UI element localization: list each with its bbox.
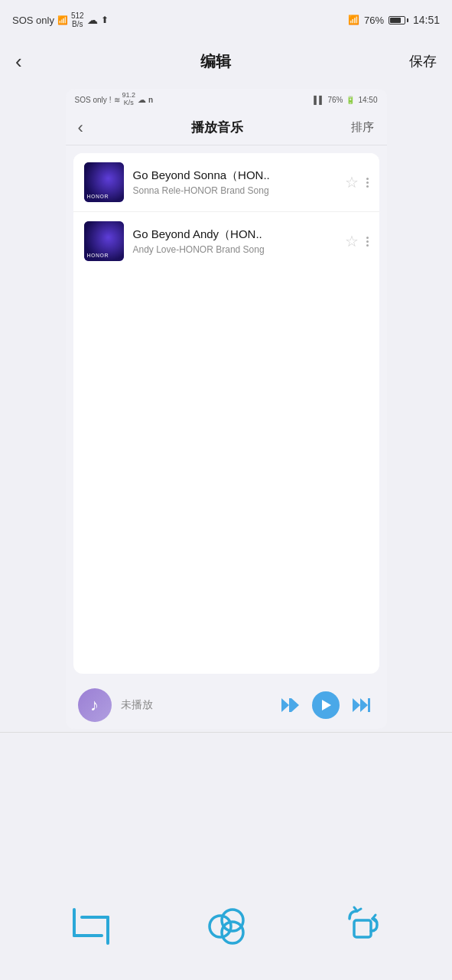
prev-button[interactable]	[277, 693, 301, 717]
inner-time: 14:50	[358, 96, 377, 104]
page-title: 编辑	[200, 51, 231, 72]
inner-n-icon: n	[148, 96, 153, 104]
inner-signal: !	[109, 96, 112, 104]
top-nav-bar: ‹ 编辑 保存	[0, 40, 452, 83]
player-bar: ♪ 未播放	[66, 681, 387, 729]
svg-marker-3	[353, 698, 360, 712]
skip-back-icon	[278, 694, 300, 716]
music-actions-1: ☆	[345, 173, 369, 191]
player-controls	[277, 691, 375, 719]
favorite-icon-2[interactable]: ☆	[345, 232, 359, 250]
music-info-1: Go Beyond Sonna（HON.. Sonna Rele-HONOR B…	[133, 168, 336, 196]
status-right: 📶 76% 14:51	[348, 14, 440, 26]
inner-battery-icon: 🔋	[346, 96, 355, 104]
rotate-svg	[339, 903, 385, 949]
svg-point-11	[222, 910, 243, 931]
favorite-icon-1[interactable]: ☆	[345, 173, 359, 191]
inner-battery-pct: 76%	[327, 96, 343, 104]
svg-rect-1	[289, 698, 291, 712]
inner-nav-bar: ‹ 播放音乐 排序	[66, 110, 387, 145]
inner-wifi: ≋	[114, 96, 120, 104]
inner-data-speed: 91.2K/s	[122, 92, 136, 107]
toolbar-separator	[0, 732, 452, 733]
rotate-tool[interactable]	[331, 900, 392, 953]
album-art-1: HONOR	[84, 162, 124, 202]
music-title-2: Go Beyond Andy（HON..	[133, 227, 336, 242]
music-subtitle-2: Andy Love-HONOR Brand Song	[133, 244, 336, 255]
music-item[interactable]: HONOR Go Beyond Sonna（HON.. Sonna Rele-H…	[73, 153, 379, 212]
inner-status-bar: SOS only ! ≋ 91.2K/s ☁ n ▌▌ 76% 🔋 14:50	[66, 89, 387, 110]
cloud-icon: ☁	[87, 14, 98, 26]
crop-tool[interactable]	[60, 900, 122, 953]
svg-point-12	[222, 922, 243, 943]
music-item[interactable]: HONOR Go Beyond Andy（HON.. Andy Love-HON…	[73, 212, 379, 270]
play-icon	[322, 700, 331, 710]
inner-signal-bars: ▌▌	[314, 96, 324, 104]
inner-cloud: ☁	[138, 95, 146, 105]
inner-back-button[interactable]: ‹	[78, 118, 83, 138]
player-status-text: 未播放	[121, 698, 268, 712]
svg-marker-2	[291, 698, 299, 712]
inner-sort-button[interactable]: 排序	[351, 120, 374, 135]
status-left: SOS only 📶 512B/s ☁ ⬆	[12, 11, 109, 28]
inner-sos: SOS only	[75, 96, 107, 104]
outer-status-bar: SOS only 📶 512B/s ☁ ⬆ 📶 76% 14:51	[0, 0, 452, 40]
music-title-1: Go Beyond Sonna（HON..	[133, 168, 336, 183]
inner-status-right: ▌▌ 76% 🔋 14:50	[314, 96, 377, 104]
svg-rect-5	[368, 698, 370, 712]
inner-page-title: 播放音乐	[191, 119, 243, 136]
time-display: 14:51	[413, 14, 440, 26]
data-speed: 512B/s	[71, 11, 84, 28]
next-button[interactable]	[350, 693, 375, 717]
music-subtitle-1: Sonna Rele-HONOR Brand Song	[133, 185, 336, 196]
play-button[interactable]	[312, 691, 340, 719]
back-button[interactable]: ‹	[15, 51, 22, 71]
album-art-2: HONOR	[84, 221, 124, 261]
music-note-icon: ♪	[90, 695, 99, 715]
inner-phone-frame: SOS only ! ≋ 91.2K/s ☁ n ▌▌ 76% 🔋 14:50 …	[66, 89, 387, 729]
svg-marker-0	[281, 698, 289, 712]
save-button[interactable]: 保存	[409, 52, 437, 70]
crop-svg	[68, 903, 114, 949]
signal-icon: 📶	[348, 15, 359, 25]
more-button-2[interactable]	[366, 237, 369, 247]
crop-icon	[64, 900, 118, 953]
rotate-icon	[335, 900, 389, 953]
battery-icon	[389, 16, 408, 24]
music-list: HONOR Go Beyond Sonna（HON.. Sonna Rele-H…	[73, 153, 379, 674]
adjust-icon	[200, 900, 253, 953]
sos-text: SOS only	[12, 15, 54, 26]
battery-percent: 76%	[364, 15, 384, 26]
network-icon: 📶	[57, 15, 68, 25]
svg-marker-4	[360, 698, 368, 712]
bottom-toolbar	[0, 880, 452, 980]
svg-rect-13	[354, 920, 371, 937]
music-info-2: Go Beyond Andy（HON.. Andy Love-HONOR Bra…	[133, 227, 336, 255]
skip-forward-icon	[352, 694, 373, 716]
svg-point-10	[210, 916, 231, 937]
adjust-tool[interactable]	[196, 900, 257, 953]
adjust-svg	[203, 903, 249, 949]
more-button-1[interactable]	[366, 178, 369, 188]
music-actions-2: ☆	[345, 232, 369, 250]
upload-icon: ⬆	[101, 15, 109, 25]
player-album-icon: ♪	[78, 688, 112, 722]
inner-status-left: SOS only ! ≋ 91.2K/s ☁ n	[75, 92, 154, 107]
